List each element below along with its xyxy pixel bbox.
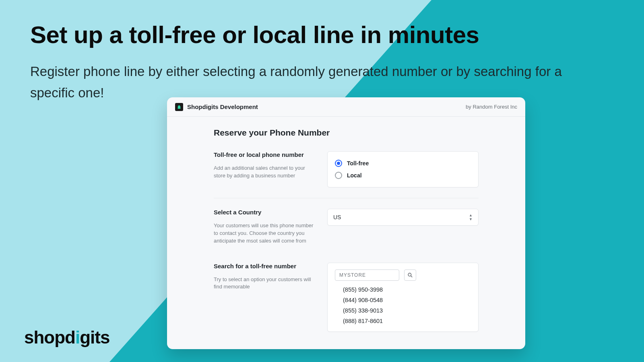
radio-toll-free[interactable]: Toll-free bbox=[335, 157, 471, 169]
radio-icon bbox=[335, 172, 342, 179]
result-item[interactable]: (855) 950-3998 bbox=[343, 286, 471, 293]
number-type-card: Toll-free Local bbox=[327, 151, 479, 187]
country-select-value: US bbox=[333, 214, 341, 220]
type-section-title: Toll-free or local phone number bbox=[214, 151, 314, 158]
radio-toll-free-label: Toll-free bbox=[347, 160, 369, 167]
svg-point-0 bbox=[408, 273, 411, 276]
brand-logo: shopdigits bbox=[24, 327, 109, 348]
radio-local-label: Local bbox=[347, 172, 362, 179]
search-results: (855) 950-3998 (844) 908-0548 (855) 338-… bbox=[335, 286, 471, 324]
by-line: by Random Forest Inc bbox=[466, 104, 517, 110]
app-bag-icon bbox=[175, 103, 183, 111]
radio-icon bbox=[335, 160, 342, 167]
panel-header: Shopdigits Development by Random Forest … bbox=[167, 97, 525, 117]
brand-post: gits bbox=[80, 327, 109, 347]
type-section-desc: Add an additional sales channel to your … bbox=[214, 165, 314, 180]
result-item[interactable]: (855) 338-9013 bbox=[343, 307, 471, 314]
country-select[interactable]: US ▲▼ bbox=[327, 209, 479, 226]
app-title: Shopdigits Development bbox=[187, 103, 258, 110]
search-button[interactable] bbox=[404, 269, 416, 281]
radio-local[interactable]: Local bbox=[335, 169, 471, 181]
search-icon bbox=[407, 272, 413, 278]
search-card: (855) 950-3998 (844) 908-0548 (855) 338-… bbox=[327, 263, 479, 332]
result-item[interactable]: (844) 908-0548 bbox=[343, 297, 471, 303]
hero-headline: Set up a toll-free or local line in minu… bbox=[30, 21, 479, 49]
page-title: Reserve your Phone Number bbox=[214, 128, 479, 138]
section-search: Search for a toll-free number Try to sel… bbox=[214, 255, 479, 342]
chevron-updown-icon: ▲▼ bbox=[469, 214, 473, 221]
section-country: Select a Country Your customers will use… bbox=[214, 198, 479, 255]
result-item[interactable]: (888) 817-8601 bbox=[343, 318, 471, 324]
country-section-desc: Your customers will use this phone numbe… bbox=[214, 222, 314, 245]
search-input[interactable] bbox=[335, 269, 399, 281]
search-section-desc: Try to select an option your customers w… bbox=[214, 276, 314, 291]
app-panel: Shopdigits Development by Random Forest … bbox=[167, 97, 525, 349]
country-section-title: Select a Country bbox=[214, 209, 314, 216]
search-section-title: Search for a toll-free number bbox=[214, 263, 314, 269]
brand-accent: i bbox=[75, 327, 80, 347]
brand-pre: shopd bbox=[24, 327, 75, 347]
svg-line-1 bbox=[411, 276, 413, 277]
section-number-type: Toll-free or local phone number Add an a… bbox=[214, 151, 479, 198]
